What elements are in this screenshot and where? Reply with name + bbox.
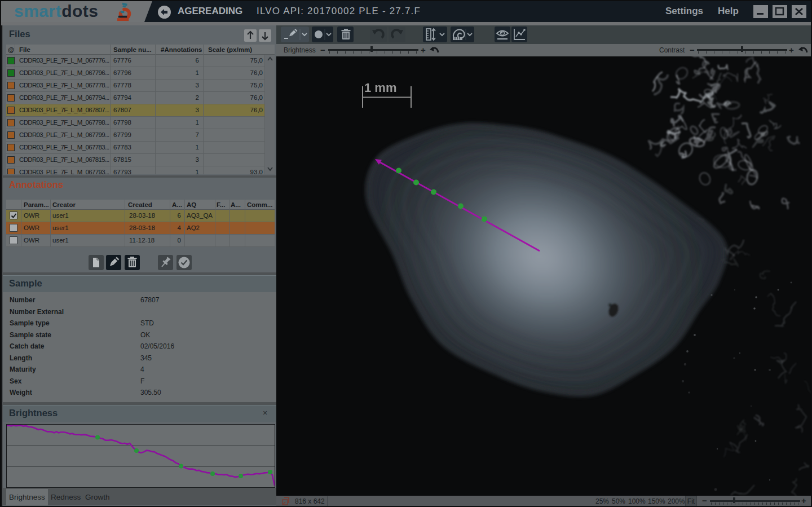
svg-text:1 mm: 1 mm <box>364 81 396 95</box>
